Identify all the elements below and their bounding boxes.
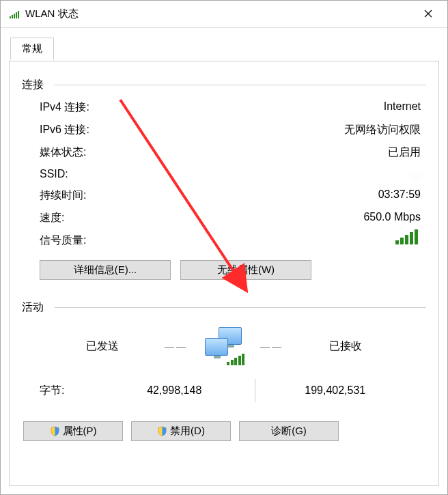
duration-label: 持续时间: [40, 188, 86, 203]
activity-indicator-row: 已发送 —— —— 已接收 [22, 323, 426, 369]
wireless-properties-button[interactable]: 无线属性(W) [180, 260, 311, 280]
ipv6-label: IPv6 连接: [40, 123, 89, 137]
duration-value: 03:37:59 [378, 188, 421, 203]
wifi-icon [9, 9, 20, 20]
bytes-separator [255, 379, 255, 402]
media-state-row: 媒体状态: 已启用 [40, 145, 421, 160]
ssid-value: . . [412, 168, 421, 180]
bytes-sent-value: 42,998,148 [101, 384, 248, 397]
dashes-left: —— [157, 341, 195, 352]
svg-rect-4 [18, 11, 19, 18]
ssid-row: SSID: . . [40, 168, 421, 180]
svg-rect-2 [14, 14, 15, 18]
ipv4-value: Internet [384, 100, 421, 115]
signal-row: 信号质量: [40, 234, 421, 248]
media-value: 已启用 [388, 145, 421, 160]
svg-rect-1 [12, 15, 13, 18]
ipv4-label: IPv4 连接: [40, 100, 89, 115]
shield-icon [50, 426, 60, 436]
signal-strength-icon [395, 229, 418, 244]
speed-value: 650.0 Mbps [363, 211, 421, 225]
duration-row: 持续时间: 03:37:59 [40, 188, 421, 203]
window-title: WLAN 状态 [24, 8, 413, 20]
tab-panel: 连接 IPv4 连接: Internet IPv6 连接: 无网络访问权限 媒体… [9, 61, 439, 486]
bytes-label: 字节: [40, 384, 101, 398]
wlan-status-dialog: WLAN 状态 常规 连接 IPv4 连接: Internet IPv [0, 0, 448, 495]
activity-section-header: 活动 [22, 300, 426, 315]
bottom-button-row: 属性(P) 禁用(D) 诊断(G) [22, 402, 426, 441]
speed-label: 速度: [40, 211, 64, 225]
details-button[interactable]: 详细信息(E)... [40, 260, 171, 280]
properties-button-label: 属性(P) [63, 425, 97, 438]
recv-label: 已接收 [298, 339, 393, 354]
close-button[interactable] [413, 1, 443, 27]
connection-section-label: 连接 [22, 78, 55, 92]
ipv6-row: IPv6 连接: 无网络访问权限 [40, 123, 421, 137]
disable-button-label: 禁用(D) [170, 425, 205, 438]
connection-buttons: 详细信息(E)... 无线属性(W) [22, 260, 426, 280]
svg-rect-3 [16, 12, 17, 18]
diagnose-button[interactable]: 诊断(G) [239, 421, 339, 441]
connection-grid: IPv4 连接: Internet IPv6 连接: 无网络访问权限 媒体状态:… [22, 100, 426, 248]
bytes-row: 字节: 42,998,148 199,402,531 [22, 369, 426, 402]
connection-section-header: 连接 [22, 78, 426, 92]
close-icon [424, 7, 432, 21]
network-activity-icon [202, 327, 246, 365]
dialog-body: 常规 连接 IPv4 连接: Internet IPv6 连接: 无网络访问权限… [1, 28, 447, 494]
disable-button[interactable]: 禁用(D) [131, 421, 231, 441]
media-label: 媒体状态: [40, 145, 86, 160]
ssid-label: SSID: [40, 168, 68, 180]
bytes-recv-value: 199,402,531 [262, 384, 409, 397]
svg-rect-0 [10, 16, 11, 18]
dashes-right: —— [253, 341, 291, 352]
activity-section-label: 活动 [22, 300, 55, 315]
tab-strip: 常规 [9, 38, 439, 61]
ipv6-value: 无网络访问权限 [344, 123, 421, 137]
properties-button[interactable]: 属性(P) [23, 421, 123, 441]
signal-label: 信号质量: [40, 234, 86, 248]
speed-row: 速度: 650.0 Mbps [40, 211, 421, 225]
shield-icon [157, 426, 167, 436]
sent-label: 已发送 [55, 339, 150, 354]
titlebar: WLAN 状态 [1, 1, 447, 28]
tab-general[interactable]: 常规 [10, 38, 54, 60]
ipv4-row: IPv4 连接: Internet [40, 100, 421, 115]
